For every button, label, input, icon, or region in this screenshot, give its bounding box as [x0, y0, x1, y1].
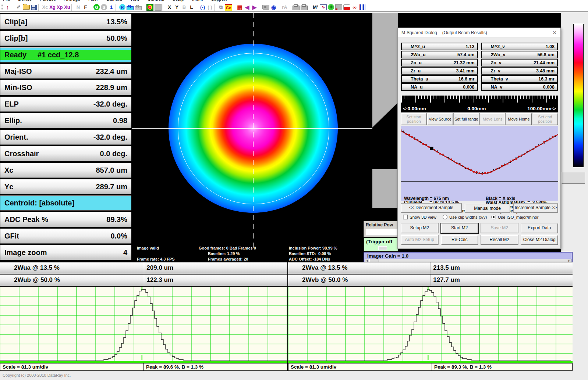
u-width-13-row[interactable]: 2Wua @ 13.5 % 209.0 um	[0, 262, 287, 275]
menu-item[interactable]: Setup	[172, 0, 184, 2]
m2-action-button[interactable]: Save M2	[481, 223, 518, 233]
menu-item[interactable]: Device	[18, 0, 32, 2]
move-up-icon[interactable]: ↑	[4, 4, 11, 11]
menu-item[interactable]: Centroid	[148, 0, 164, 2]
readout-clip-b[interactable]: Clip[b] 50.0%	[0, 31, 131, 46]
centroid-mode[interactable]: Centroid: [absolute]	[0, 196, 131, 211]
stage-button[interactable]: Move Lens	[480, 113, 505, 125]
xp-button[interactable]: Xp	[57, 4, 63, 11]
m2-action-button[interactable]: Setup M2	[401, 223, 438, 233]
beam-image-icon[interactable]	[146, 4, 153, 11]
camera-icon[interactable]	[262, 5, 269, 10]
stage-button[interactable]: Set end position	[532, 113, 558, 125]
u-width-50-row[interactable]: 2Wub @ 50.0 % 122.3 um	[0, 275, 287, 287]
menu-item[interactable]: View	[130, 0, 139, 2]
menu-item[interactable]: Camera	[106, 0, 122, 2]
readout-yc[interactable]: Yc 289.7 um	[0, 179, 131, 194]
menu-item[interactable]: Average	[64, 0, 80, 2]
bracket-off-button[interactable]: ( )	[207, 4, 213, 11]
frames-icon[interactable]: ⧉	[218, 4, 224, 11]
histogram-icon[interactable]	[359, 4, 366, 10]
lock-closed-icon[interactable]	[127, 6, 134, 10]
xc-button[interactable]: Xc	[42, 4, 48, 11]
m2-action-button[interactable]: Re-Calc	[441, 235, 478, 245]
m2-action-button[interactable]: Recall M2	[481, 235, 518, 245]
n-button[interactable]: N	[75, 4, 81, 11]
save-icon[interactable]	[31, 5, 37, 10]
open-file-icon[interactable]	[23, 5, 30, 10]
trigger-slider-thumb[interactable]	[378, 246, 387, 250]
stage-button[interactable]: Set full range	[454, 113, 479, 125]
prev-arrow-icon[interactable]: ◀	[244, 4, 250, 11]
readout-adc-peak[interactable]: ADC Peak % 89.3%	[0, 212, 131, 227]
m2-action-button[interactable]: Auto M2 Setup	[401, 235, 438, 245]
m2-button[interactable]: M²	[312, 4, 319, 11]
status-ready[interactable]: Ready #1 ccd_12.8	[0, 47, 131, 62]
readout-ellip[interactable]: Ellip. 0.98	[0, 113, 131, 128]
m2-action-button[interactable]: Close M2 Dialog	[521, 235, 558, 245]
xg-button[interactable]: Xg	[49, 4, 56, 11]
stage-button[interactable]: Set start position	[401, 113, 426, 125]
blank-image-icon[interactable]	[155, 4, 162, 11]
decrement-sample-button[interactable]: << Decrement Sample	[401, 204, 461, 212]
readout-crosshair[interactable]: Crosshair 0.0 deg.	[0, 146, 131, 161]
dialog-title-bar[interactable]: M-Squared Dialog (Output Beam Results) ✕	[398, 28, 560, 38]
background-shape	[372, 169, 398, 208]
readout-min-iso[interactable]: Min-ISO 228.9 um	[0, 80, 131, 95]
lock-open-icon[interactable]	[135, 6, 142, 10]
increment-sample-button[interactable]: Increment Sample >>	[514, 204, 558, 212]
v-profile-plot	[288, 287, 573, 363]
readout-orient[interactable]: Orient. -32.0 deg.	[0, 130, 131, 145]
x-profile-button[interactable]: X	[166, 4, 173, 11]
inject-icon[interactable]	[335, 4, 342, 10]
grid-icon[interactable]: ▦	[237, 4, 243, 11]
readout-image-zoom[interactable]: Image zoom 4	[0, 245, 131, 260]
readout-xc[interactable]: Xc 857.0 um	[0, 163, 131, 178]
align-target-icon[interactable]: ✚	[328, 4, 334, 10]
bracket-on-button[interactable]: (-)	[199, 4, 206, 11]
s-indicator[interactable]: S	[101, 4, 107, 10]
r-indicator[interactable]: R	[119, 4, 125, 10]
m2-action-button[interactable]: Start M2	[441, 223, 478, 233]
ce-button[interactable]: Ce	[225, 4, 232, 11]
print-preview-icon[interactable]	[301, 6, 308, 10]
show-3d-checkbox[interactable]	[403, 215, 408, 219]
readout-gfit[interactable]: GFit 0.0%	[0, 229, 131, 244]
readout-clip-a[interactable]: Clip[a] 13.5%	[0, 14, 131, 29]
menu-item[interactable]: File	[3, 0, 10, 2]
v-width-50-row[interactable]: 2Wvb @ 50.0 % 127.7 um	[288, 275, 573, 287]
ra-button[interactable]: rA	[281, 4, 288, 11]
close-icon[interactable]: ✕	[552, 30, 557, 36]
binoculars-icon[interactable]: ∞	[351, 4, 358, 11]
beam-image-canvas[interactable]: Image valid Good frames: 0 Bad Frames 0 …	[132, 13, 364, 262]
thermometer-icon[interactable]	[343, 4, 350, 10]
erase-icon[interactable]: ✐	[15, 4, 22, 11]
iso-major-radio[interactable]	[491, 215, 496, 219]
one-button[interactable]: 1	[108, 4, 114, 11]
f-button[interactable]: F	[82, 4, 89, 11]
b-button[interactable]: B	[181, 4, 187, 11]
readout-elp[interactable]: ELP -32.0 deg.	[0, 97, 131, 112]
clip-widths-radio[interactable]	[443, 215, 447, 219]
m2-chart-icon[interactable]: ∿	[320, 4, 327, 10]
menu-item[interactable]: .........	[192, 0, 203, 2]
print-icon[interactable]	[293, 6, 300, 10]
stage-button[interactable]: Move Home	[506, 113, 531, 125]
y-profile-button[interactable]: Y	[174, 4, 180, 11]
m2-action-button[interactable]: Export Data	[521, 223, 558, 233]
m2-result-value: 21.44 mm	[534, 60, 555, 65]
menu-item[interactable]: Filter	[88, 0, 98, 2]
v-width-13-row[interactable]: 2Wva @ 13.5 % 213.5 um	[288, 262, 573, 275]
menu-item[interactable]: Palettes	[40, 0, 56, 2]
g-indicator[interactable]: G	[93, 4, 100, 10]
readout-maj-iso[interactable]: Maj-ISO 232.4 um	[0, 64, 131, 79]
status-image-valid: Image valid	[137, 246, 159, 250]
target-icon[interactable]: ◉	[270, 4, 277, 11]
trigger-panel[interactable]: (Trigger off	[364, 237, 398, 252]
next-arrow-icon[interactable]: ▶	[251, 4, 258, 11]
stage-position-ruler[interactable]: <-0.00mm 0.00mm 100.00mm->	[401, 96, 558, 112]
xu-button[interactable]: Xu	[64, 4, 70, 11]
l-button[interactable]: L	[188, 4, 195, 11]
stage-button[interactable]: View Source	[427, 113, 453, 125]
menu-item[interactable]: Support	[211, 0, 227, 2]
